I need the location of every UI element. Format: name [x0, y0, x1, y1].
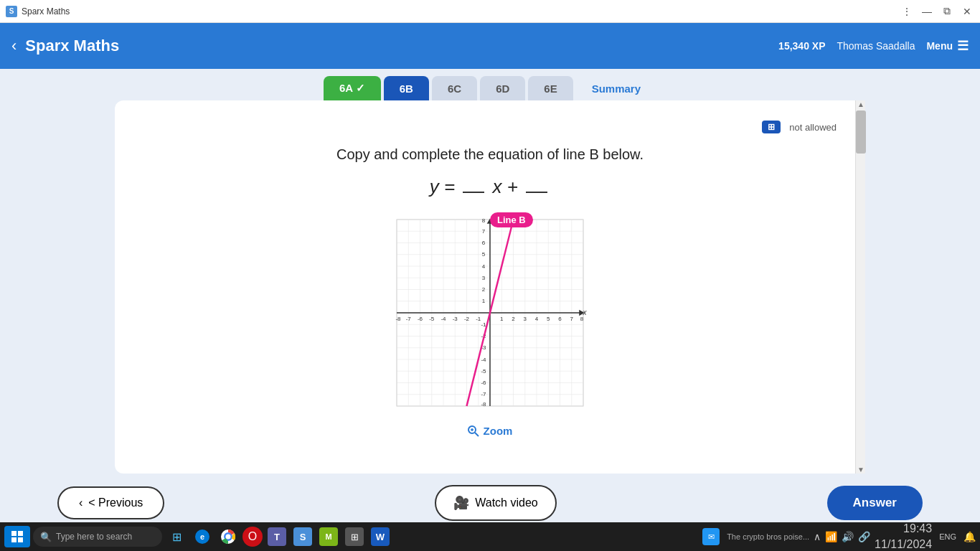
svg-text:7: 7 [570, 316, 574, 322]
svg-text:-3: -3 [453, 316, 458, 322]
app-icon: S [6, 6, 17, 17]
svg-text:-5: -5 [481, 368, 486, 375]
hamburger-icon: ☰ [957, 38, 969, 54]
date-display: 11/11/2024 [875, 537, 932, 551]
tab-6b[interactable]: 6B [384, 76, 429, 100]
titlebar: S Sparx Maths ⋮ — ⧉ ✕ [0, 0, 980, 23]
menu-button[interactable]: Menu ☰ [926, 38, 969, 54]
wifi-icon[interactable]: 📶 [825, 531, 837, 542]
window-controls[interactable]: ⋮ — ⧉ ✕ [900, 4, 974, 19]
svg-text:e: e [200, 532, 204, 541]
start-button[interactable] [4, 526, 30, 547]
watch-video-label: Watch video [475, 496, 537, 509]
titlebar-title: Sparx Maths [22, 6, 900, 17]
content-card: ▲ ▼ ⊞ not allowed Copy and complete the … [115, 100, 865, 474]
svg-text:4: 4 [482, 263, 486, 270]
svg-rect-77 [11, 531, 17, 536]
svg-text:8: 8 [482, 217, 486, 224]
windows-taskbar: 🔍 Type here to search ⊞ e O T S M ⊞ W [0, 522, 980, 551]
clock[interactable]: 19:43 11/11/2024 [875, 521, 932, 551]
notification-bell-icon[interactable]: 🔔 [963, 531, 976, 542]
video-icon: 🎥 [453, 495, 469, 511]
calculator-taskbar-icon[interactable]: ⊞ [343, 525, 366, 548]
task-view-button[interactable]: ⊞ [165, 525, 188, 548]
opera-icon[interactable]: O [242, 527, 263, 547]
previous-label: < Previous [88, 496, 143, 509]
language-indicator: ENG [939, 532, 956, 541]
svg-text:-5: -5 [429, 316, 435, 322]
svg-line-74 [475, 433, 479, 436]
menu-label: Menu [926, 40, 953, 52]
calculator-bar: ⊞ not allowed [143, 115, 837, 139]
brand-title: Sparx Maths [25, 37, 778, 55]
search-placeholder: Type here to search [56, 532, 132, 542]
previous-button[interactable]: ‹ < Previous [57, 486, 164, 519]
edge-icon[interactable]: e [191, 525, 214, 548]
tab-6a[interactable]: 6A ✓ [324, 76, 381, 100]
question-instruction: Copy and complete the equation of line B… [143, 146, 837, 163]
svg-text:8: 8 [580, 316, 584, 322]
time-display: 19:43 [875, 521, 932, 537]
svg-text:3: 3 [524, 316, 527, 322]
sparx-taskbar-icon[interactable]: S [291, 525, 314, 548]
svg-text:-4: -4 [440, 316, 446, 322]
equation-display: y = x + [143, 176, 837, 198]
coordinate-graph: 1 2 3 4 5 6 7 8 -1 -2 -3 -4 -5 [390, 212, 590, 413]
scroll-thumb[interactable] [856, 110, 866, 154]
svg-rect-78 [18, 531, 23, 536]
intercept-blank [526, 192, 547, 193]
graph-area: Line B [143, 212, 837, 413]
xp-display: 15,340 XP [778, 40, 825, 52]
notification-app-icon[interactable]: ✉ [699, 525, 722, 548]
teams-icon[interactable]: T [265, 525, 288, 548]
svg-text:2: 2 [512, 316, 515, 322]
link-icon[interactable]: 🔗 [858, 531, 870, 542]
close-button[interactable]: ✕ [960, 4, 974, 19]
top-navigation: ‹ Sparx Maths 15,340 XP Thomas Saadalla … [0, 23, 980, 69]
minimize-button[interactable]: — [920, 4, 934, 19]
svg-text:-2: -2 [464, 316, 470, 322]
tab-bar: 6A ✓ 6B 6C 6D 6E Summary [0, 69, 980, 100]
prev-arrow-icon: ‹ [79, 496, 83, 509]
svg-text:-7: -7 [481, 391, 486, 397]
volume-icon[interactable]: 🔊 [842, 531, 854, 542]
svg-text:-6: -6 [418, 316, 423, 322]
svg-text:x: x [583, 309, 588, 316]
zoom-label: Zoom [484, 425, 513, 437]
tab-6c[interactable]: 6C [432, 76, 477, 100]
minecraft-icon[interactable]: M [317, 525, 340, 548]
taskbar-search[interactable]: 🔍 Type here to search [33, 527, 162, 547]
more-options-icon[interactable]: ⋮ [900, 4, 914, 19]
chevron-up-icon[interactable]: ∧ [814, 531, 821, 542]
graph-wrapper: Line B [390, 212, 590, 413]
scrollbar-track[interactable]: ▲ ▼ [855, 100, 865, 474]
svg-text:6: 6 [558, 316, 562, 322]
chrome-icon[interactable] [217, 525, 240, 548]
maximize-button[interactable]: ⧉ [940, 4, 954, 19]
zoom-icon [468, 425, 479, 437]
svg-text:3: 3 [482, 275, 486, 281]
tab-summary[interactable]: Summary [576, 76, 656, 100]
zoom-button[interactable]: Zoom [143, 425, 837, 437]
watch-video-button[interactable]: 🎥 Watch video [435, 485, 556, 521]
svg-text:-6: -6 [481, 380, 486, 386]
svg-text:-8: -8 [395, 316, 401, 322]
answer-button[interactable]: Answer [827, 486, 923, 520]
scroll-up-arrow[interactable]: ▲ [856, 100, 866, 108]
nav-right: 15,340 XP Thomas Saadalla Menu ☰ [778, 38, 969, 54]
svg-text:-8: -8 [481, 401, 486, 408]
svg-text:-7: -7 [406, 316, 412, 322]
tab-6e[interactable]: 6E [528, 76, 573, 100]
tab-6d[interactable]: 6D [480, 76, 525, 100]
scroll-down-arrow[interactable]: ▼ [856, 466, 866, 474]
back-button[interactable]: ‹ [11, 37, 17, 55]
windows-logo-icon [11, 530, 24, 543]
calculator-icon: ⊞ [762, 121, 781, 133]
svg-text:4: 4 [535, 316, 539, 322]
calc-not-allowed-text: not allowed [789, 122, 837, 133]
search-icon: 🔍 [40, 532, 52, 542]
slope-blank [463, 192, 484, 193]
notification-text: The crypto bros poise... [727, 532, 809, 541]
word-icon[interactable]: W [369, 525, 392, 548]
svg-text:5: 5 [547, 316, 550, 322]
